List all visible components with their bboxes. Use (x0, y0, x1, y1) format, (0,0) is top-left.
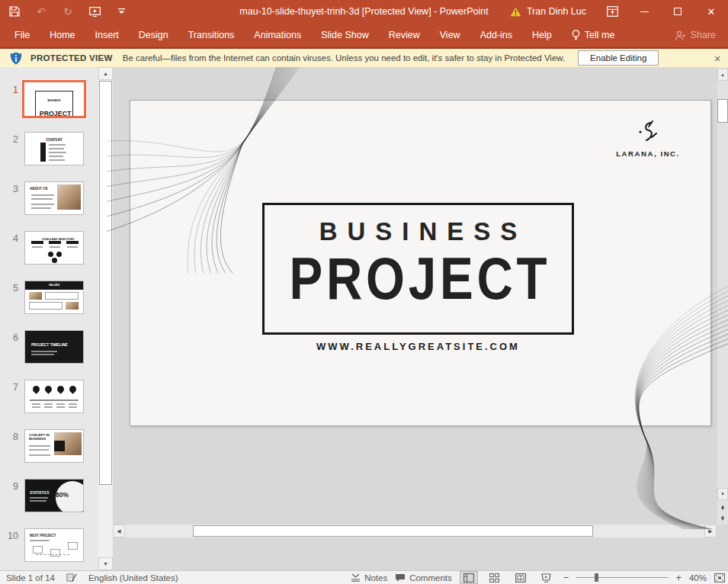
slide-thumbnail-panel: 1 BUSINESS PROJECT 2 CONTENT 3 ABOUT US (0, 67, 98, 570)
slide-thumbnail-4[interactable]: GOALS AND OBJECTIVES (24, 231, 84, 265)
zoom-in-button[interactable]: + (675, 572, 681, 583)
undo-icon: ↶ (34, 5, 48, 18)
brand-name: LARANA, INC. (606, 149, 690, 158)
notes-icon (351, 573, 361, 582)
tab-transitions[interactable]: Transitions (178, 23, 245, 47)
scroll-left-icon[interactable]: ◀ (113, 525, 125, 537)
scroll-right-icon[interactable]: ▶ (704, 525, 717, 537)
minimize-button[interactable] (627, 0, 661, 23)
close-button[interactable]: ✕ (694, 0, 728, 23)
notes-button[interactable]: Notes (351, 573, 387, 582)
vertical-scrollbar-thumb[interactable] (717, 99, 728, 123)
title-bar: ↶ ↻ mau-10-slide-thuyet-trinh-3d [Protec… (0, 0, 728, 23)
start-slideshow-icon[interactable] (88, 5, 101, 18)
ribbon-display-options-icon[interactable] (597, 0, 627, 23)
view-normal-button[interactable] (460, 571, 478, 584)
thumb-number-4: 4 (5, 233, 18, 244)
slide-thumbnail-9[interactable]: STATISTICS 80% (24, 479, 84, 512)
previous-slide-button[interactable]: ▲▲ (717, 501, 728, 513)
language-indicator[interactable]: English (United States) (88, 573, 178, 582)
zoom-slider-thumb[interactable] (595, 573, 598, 582)
protected-view-label: PROTECTED VIEW (30, 53, 113, 63)
slide-indicator[interactable]: Slide 1 of 14 (6, 573, 55, 582)
slide-thumbnail-6[interactable]: PROJECT TIMELINE (24, 330, 84, 364)
quick-access-toolbar: ↶ ↻ (8, 0, 128, 23)
tab-insert[interactable]: Insert (85, 23, 129, 47)
banner-close-icon[interactable]: ✕ (711, 53, 723, 65)
tab-design[interactable]: Design (129, 23, 178, 47)
zoom-slider[interactable] (576, 571, 668, 584)
tab-home[interactable]: Home (40, 23, 85, 47)
fit-slide-to-window-button[interactable] (714, 573, 725, 582)
account-button[interactable]: Tran Dinh Luc (499, 6, 597, 17)
shield-info-icon (10, 52, 22, 65)
tab-review[interactable]: Review (379, 23, 430, 47)
tab-animations[interactable]: Animations (244, 23, 311, 47)
tab-file[interactable]: File (5, 23, 40, 47)
thumb-number-6: 6 (5, 332, 18, 343)
slide-thumbnail-1[interactable]: BUSINESS PROJECT (22, 80, 86, 118)
slide-vertical-scrollbar[interactable]: ▲ ▼ ▲▲ ▼▼ (717, 67, 728, 525)
thumbnail-scroll-down-icon[interactable]: ▼ (98, 557, 113, 570)
thumb-number-1: 1 (5, 85, 18, 95)
save-icon[interactable] (8, 5, 21, 18)
tab-view[interactable]: View (430, 23, 470, 47)
tab-help[interactable]: Help (522, 23, 562, 47)
view-slideshow-button[interactable] (537, 571, 556, 584)
thumb-number-8: 8 (5, 432, 18, 442)
slide-horizontal-scrollbar[interactable]: ◀ ▶ (113, 525, 717, 537)
thumb-number-5: 5 (5, 283, 18, 294)
lightbulb-icon (572, 30, 580, 41)
thumb-number-7: 7 (5, 382, 18, 393)
zoom-out-button[interactable]: − (563, 572, 569, 583)
scroll-down-icon[interactable]: ▼ (717, 488, 728, 500)
horizontal-scrollbar-thumb[interactable] (193, 525, 593, 537)
maximize-button[interactable] (661, 0, 694, 23)
customize-qat-icon[interactable] (114, 5, 128, 18)
share-button[interactable]: Share (675, 30, 716, 40)
zoom-level[interactable]: 40% (689, 573, 707, 582)
thumb-number-3: 3 (5, 184, 18, 194)
slide-thumbnail-8[interactable]: CONCEPT IN BUSINESS (24, 429, 84, 463)
view-reading-button[interactable] (512, 571, 530, 584)
tab-slide-show[interactable]: Slide Show (311, 23, 379, 47)
thumb-number-2: 2 (5, 134, 18, 145)
warning-icon (510, 7, 521, 17)
slide-title: PROJECT (272, 249, 564, 308)
tell-me-button[interactable]: Tell me (562, 30, 625, 41)
tab-add-ins[interactable]: Add-ins (470, 23, 522, 47)
enable-editing-button[interactable]: Enable Editing (578, 50, 659, 66)
spell-check-icon[interactable] (66, 573, 77, 582)
logo-mark-icon (637, 120, 659, 145)
comments-icon (395, 573, 406, 582)
ribbon-tab-bar: File Home Insert Design Transitions Anim… (0, 23, 728, 47)
status-bar: Slide 1 of 14 English (United States) No… (0, 570, 728, 584)
redo-icon: ↻ (61, 5, 75, 18)
company-logo[interactable]: LARANA, INC. (606, 120, 690, 158)
slide-thumbnail-3[interactable]: ABOUT US (24, 181, 84, 215)
thumbnail-scrollbar-thumb[interactable] (99, 81, 112, 485)
window-title: mau-10-slide-thuyet-trinh-3d [Protected … (239, 0, 488, 23)
protected-view-banner: PROTECTED VIEW Be careful—files from the… (0, 47, 728, 67)
share-person-icon (675, 30, 686, 40)
view-slide-sorter-button[interactable] (486, 571, 504, 584)
protected-view-message: Be careful—files from the Internet can c… (123, 53, 565, 63)
title-box[interactable]: BUSINESS PROJECT (262, 203, 574, 335)
next-slide-button[interactable]: ▼▼ (717, 512, 728, 525)
thumbnail-scroll-up-icon[interactable]: ▲ (98, 67, 113, 80)
scroll-up-icon[interactable]: ▲ (717, 69, 728, 81)
thumb-number-10: 10 (5, 531, 18, 541)
thumbnail-scrollbar[interactable]: ▲ ▼ (98, 67, 113, 570)
comments-button[interactable]: Comments (395, 573, 452, 582)
thumb-number-9: 9 (5, 481, 18, 492)
website-text[interactable]: WWW.REALLYGREATSITE.COM (262, 341, 574, 352)
user-name: Tran Dinh Luc (527, 6, 586, 17)
slide-kicker: BUSINESS (265, 217, 572, 246)
slide-thumbnail-5[interactable]: VALUES (24, 281, 84, 314)
slide-thumbnail-10[interactable]: NEXT PROJECT (24, 528, 84, 562)
slide-thumbnail-7[interactable] (24, 380, 84, 413)
slide-thumbnail-2[interactable]: CONTENT (24, 132, 84, 165)
